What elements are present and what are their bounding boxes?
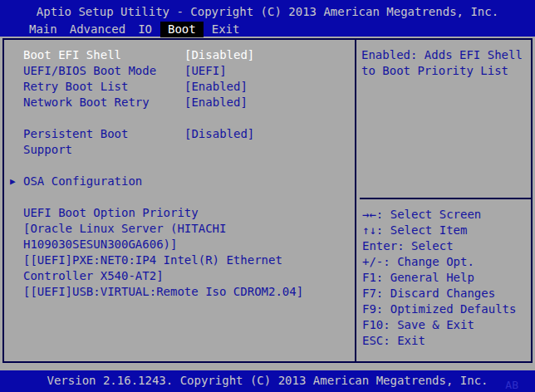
key-hint: →←: Select Screen bbox=[362, 207, 531, 223]
setting-label: UEFI/BIOS Boot Mode bbox=[23, 63, 177, 79]
boot-priority-entry[interactable]: [Oracle Linux Server (HITACHI H109030SES… bbox=[23, 221, 349, 252]
app-title: Aptio Setup Utility - Copyright (C) 2013… bbox=[0, 0, 535, 20]
menu-tab-advanced[interactable]: Advanced bbox=[66, 22, 130, 37]
footer-bar: Version 2.16.1243. Copyright (C) 2013 Am… bbox=[0, 370, 535, 392]
key-hint: Enter: Select bbox=[362, 238, 531, 254]
setting-row[interactable]: Persistent Boot Support[Disabled] bbox=[4, 126, 347, 158]
setting-value[interactable]: [Disabled] bbox=[184, 126, 254, 142]
setting-label: Boot EFI Shell bbox=[23, 47, 177, 63]
key-hint: F7: Discard Changes bbox=[362, 286, 531, 301]
key-hint: F10: Save & Exit bbox=[362, 317, 531, 333]
boot-priority-heading: UEFI Boot Option Priority bbox=[23, 205, 347, 221]
help-panel: Enabled: Adds EFI Shell to Boot Priority… bbox=[356, 40, 531, 361]
setting-label: Persistent Boot Support bbox=[23, 126, 177, 158]
setting-row[interactable]: Retry Boot List[Enabled] bbox=[4, 79, 347, 95]
key-hint: F1: General Help bbox=[362, 270, 531, 286]
menu-tab-exit[interactable]: Exit bbox=[208, 22, 244, 37]
key-legend: →←: Select Screen↑↓: Select ItemEnter: S… bbox=[360, 198, 531, 361]
setting-value[interactable]: [UEFI] bbox=[184, 63, 227, 79]
setting-value[interactable]: [Enabled] bbox=[184, 95, 248, 110]
menu-tab-main[interactable]: Main bbox=[25, 22, 61, 37]
key-hint: ESC: Exit bbox=[362, 333, 531, 349]
item-help-text: Enabled: Adds EFI Shell to Boot Priority… bbox=[356, 40, 531, 198]
title-bar: Aptio Setup Utility - Copyright (C) 2013… bbox=[0, 0, 535, 37]
setting-row[interactable]: UEFI/BIOS Boot Mode[UEFI] bbox=[4, 63, 347, 79]
boot-priority-entry[interactable]: [[UEFI]PXE:NET0:IP4 Intel(R) Ethernet Co… bbox=[23, 252, 349, 284]
key-hint: ↑↓: Select Item bbox=[362, 223, 531, 238]
setting-value[interactable]: [Disabled] bbox=[184, 47, 254, 63]
submenu-row-osa-configuration[interactable]: ▶OSA Configuration bbox=[4, 174, 347, 189]
key-hint: +/-: Change Opt. bbox=[362, 254, 531, 270]
menu-tab-boot[interactable]: Boot bbox=[160, 22, 204, 37]
setting-row[interactable]: Network Boot Retry[Enabled] bbox=[4, 95, 347, 110]
submenu-label: OSA Configuration bbox=[23, 174, 142, 188]
setting-value[interactable]: [Enabled] bbox=[184, 79, 248, 95]
menu-bar: MainAdvancedIOBootExit bbox=[0, 22, 535, 37]
main-panel: Boot EFI Shell[Disabled]UEFI/BIOS Boot M… bbox=[2, 38, 533, 363]
setting-label: Retry Boot List bbox=[23, 79, 177, 95]
settings-panel: Boot EFI Shell[Disabled]UEFI/BIOS Boot M… bbox=[4, 40, 356, 361]
boot-priority-entry[interactable]: [[UEFI]USB:VIRTUAL:Remote Iso CDROM2.04] bbox=[23, 284, 349, 300]
submenu-arrow-icon: ▶ bbox=[10, 174, 16, 189]
setting-row[interactable]: Boot EFI Shell[Disabled] bbox=[4, 47, 347, 63]
watermark-text: AB bbox=[505, 377, 518, 392]
menu-tab-io[interactable]: IO bbox=[134, 22, 156, 37]
setting-label: Network Boot Retry bbox=[23, 95, 177, 110]
version-text: Version 2.16.1243. Copyright (C) 2013 Am… bbox=[0, 370, 535, 389]
key-hint: F9: Optimized Defaults bbox=[362, 301, 531, 317]
